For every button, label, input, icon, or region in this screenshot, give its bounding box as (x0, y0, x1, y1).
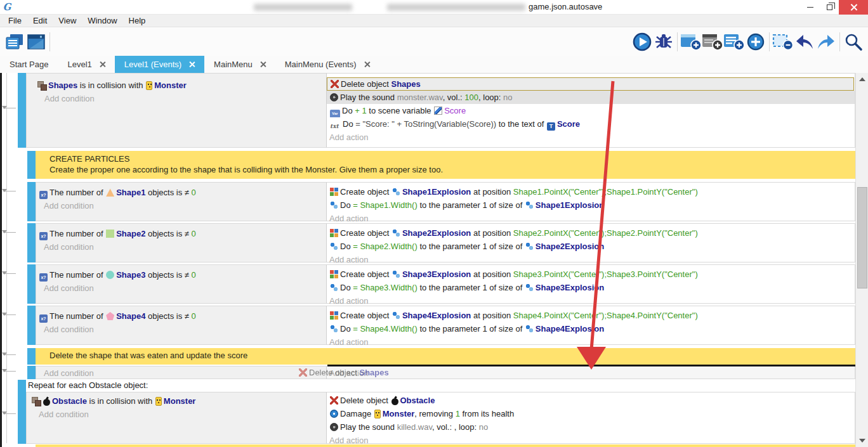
undo-icon[interactable] (794, 32, 815, 52)
add-action-link[interactable]: Add action (327, 366, 855, 380)
tab-bar: Start Page Level1 Level1 (Events) MainMe… (0, 56, 868, 73)
toolbar (0, 27, 868, 56)
conditions-column: The number of Shape1 objects is ≠ 0 Add … (36, 182, 326, 221)
toolbar-separator (769, 32, 770, 51)
add-action-link[interactable]: Add action (327, 131, 855, 144)
numberof-icon (39, 191, 48, 199)
event-shape4: The number of Shape4 objects is ≠ 0 Add … (2, 306, 856, 345)
add-subevent-icon[interactable] (702, 32, 723, 52)
menu-view[interactable]: View (53, 16, 82, 25)
add-condition-link[interactable]: Add condition (27, 92, 326, 105)
action-row[interactable]: Do = Shape3.Width() to the parameter 1 o… (327, 281, 855, 294)
delete-selection-icon[interactable] (772, 32, 794, 52)
condition-row[interactable]: Shapes is in collision with Monster (27, 79, 326, 92)
conditions-column: The number of Shape4 objects is ≠ 0 Add … (36, 306, 326, 345)
scroll-up-icon[interactable] (856, 74, 868, 84)
variable-icon (330, 110, 340, 117)
numberof-icon (39, 314, 48, 323)
preview-play-icon[interactable] (631, 32, 653, 52)
close-button[interactable] (839, 0, 868, 15)
close-tab-icon[interactable] (260, 62, 266, 67)
tab-level1[interactable]: Level1 (58, 56, 114, 73)
add-condition-link[interactable]: Add condition (27, 408, 326, 421)
menu-window[interactable]: Window (82, 16, 122, 25)
add-comment-icon[interactable] (723, 32, 745, 52)
action-row[interactable]: Play the sound killed.wav, vol.: , loop:… (327, 420, 855, 434)
search-icon[interactable] (843, 32, 864, 52)
add-condition-link[interactable]: Add condition (36, 366, 326, 380)
action-row[interactable]: Do = Shape4.Width() to the parameter 1 o… (327, 322, 855, 335)
actions-column: Create object Shape4Explosion at positio… (326, 306, 855, 345)
add-action-link[interactable]: Add action (327, 335, 855, 349)
event-shape1: The number of Shape1 objects is ≠ 0 Add … (2, 182, 856, 221)
tab-level1-events[interactable]: Level1 (Events) (115, 56, 204, 73)
tab-mainmenu[interactable]: MainMenu (204, 56, 275, 73)
action-row[interactable]: Create object Shape4Explosion at positio… (327, 309, 855, 322)
tab-mainmenu-events[interactable]: MainMenu (Events) (275, 56, 379, 73)
particle-icon (330, 325, 338, 333)
scrollbar-thumb[interactable] (857, 187, 867, 288)
create-icon (330, 229, 338, 237)
action-row[interactable]: Create object Shape3Explosion at positio… (327, 268, 855, 281)
menu-edit[interactable]: Edit (27, 16, 53, 25)
minimize-button[interactable] (801, 0, 820, 15)
particle-icon (525, 201, 534, 209)
condition-row[interactable]: The number of Shape3 objects is ≠ 0 (36, 268, 326, 282)
action-row[interactable]: Do = "Score: " + ToString(Variable(Score… (327, 117, 855, 131)
start-page-icon[interactable] (25, 32, 47, 52)
event-drop-target: Add condition Add action (2, 366, 856, 379)
menu-bar: File Edit View Window Help (0, 15, 868, 27)
condition-row[interactable]: The number of Shape2 objects is ≠ 0 (36, 227, 326, 240)
action-row-selected[interactable]: Delete object Shapes (327, 77, 854, 91)
text-action-icon (330, 119, 341, 127)
sound-icon (330, 93, 338, 101)
action-row[interactable]: Create object Shape2Explosion at positio… (327, 226, 855, 240)
close-tab-icon[interactable] (100, 62, 105, 67)
drag-ghost: Delete object Shapes (298, 366, 389, 379)
action-row[interactable]: Do = Shape2.Width() to the parameter 1 o… (327, 240, 855, 253)
close-tab-icon[interactable] (364, 62, 370, 67)
comment-block[interactable]: Delete the shape that was eaten and upda… (36, 348, 855, 365)
add-condition-link[interactable]: Add condition (36, 323, 326, 336)
text-object-icon (547, 122, 555, 131)
menu-help[interactable]: Help (123, 16, 152, 25)
event-selection-bar (27, 348, 36, 365)
action-row[interactable]: Delete object Obstacle (327, 394, 855, 407)
redo-icon[interactable] (815, 32, 837, 52)
action-row[interactable]: Do = Shape1.Width() to the parameter 1 o… (327, 198, 855, 212)
close-tab-icon[interactable] (189, 62, 195, 67)
menu-file[interactable]: File (3, 16, 27, 25)
restore-button[interactable] (820, 0, 839, 15)
scene-variable-icon (434, 107, 442, 115)
event-header-repeat-obstacle[interactable]: Repeat for each Obstacle object: (28, 380, 148, 390)
collapse-handle[interactable] (3, 354, 16, 355)
create-icon (330, 270, 338, 278)
actions-column: Add action (326, 366, 855, 379)
action-row[interactable]: Create object Shape1Explosion at positio… (327, 185, 855, 198)
add-condition-link[interactable]: Add condition (36, 199, 326, 212)
numberof-icon (39, 232, 48, 240)
vertical-scrollbar[interactable] (855, 73, 868, 447)
action-row[interactable]: Play the sound monster.wav, vol.: 100, l… (327, 91, 855, 104)
action-row[interactable]: Damage Monster, removing 1 from its heal… (327, 407, 855, 420)
add-condition-link[interactable]: Add condition (36, 240, 326, 254)
add-more-icon[interactable] (745, 32, 766, 52)
condition-row[interactable]: The number of Shape4 objects is ≠ 0 (36, 309, 326, 323)
comment-block-partial[interactable] (36, 444, 855, 447)
comment-block[interactable]: CREATE PARTICLES Create the proper one a… (36, 151, 855, 179)
add-event-icon[interactable] (680, 32, 702, 52)
tab-start-page[interactable]: Start Page (0, 56, 58, 73)
particle-icon (392, 311, 400, 320)
add-condition-link[interactable]: Add condition (36, 282, 326, 295)
scroll-down-icon[interactable] (856, 436, 868, 446)
obstacle-icon (391, 396, 398, 405)
condition-row[interactable]: The number of Shape1 objects is ≠ 0 (36, 186, 326, 199)
debug-icon[interactable] (653, 32, 674, 52)
comment-body: Create the proper one according to the s… (36, 164, 855, 174)
condition-row[interactable]: Obstacle is in collision with Monster (27, 394, 326, 408)
event-obstacle-collision: Obstacle is in collision with Monster Ad… (2, 392, 856, 444)
action-row[interactable]: Do + 1 to scene variable Score (327, 104, 855, 117)
event-selection-bar (27, 151, 36, 179)
project-manager-icon[interactable] (4, 32, 25, 52)
redacted-title-segment (387, 4, 525, 11)
